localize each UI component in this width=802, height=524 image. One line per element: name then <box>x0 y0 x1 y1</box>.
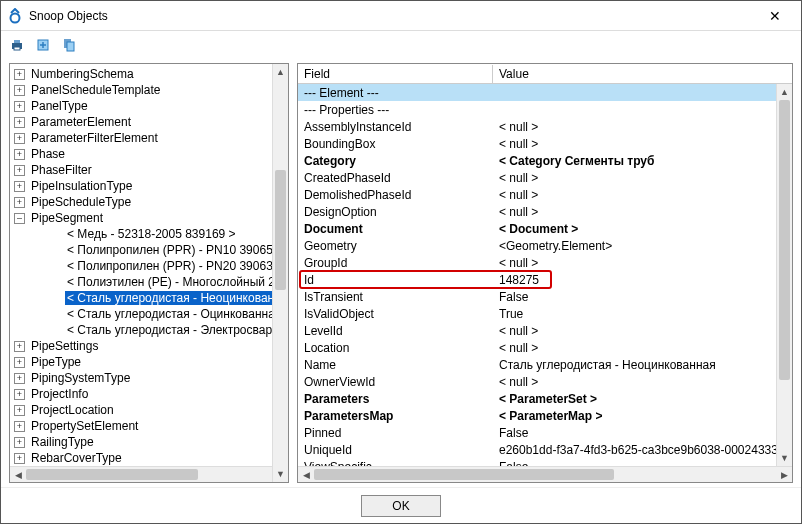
tree-vscroll[interactable]: ▲ ▼ <box>272 64 288 482</box>
tree-item[interactable]: +PanelType <box>10 98 288 114</box>
plus-icon[interactable]: + <box>14 165 25 176</box>
scroll-right-icon[interactable]: ▶ <box>776 470 792 480</box>
plus-icon[interactable]: + <box>14 421 25 432</box>
grid-row[interactable]: OwnerViewId< null > <box>298 373 792 390</box>
plus-icon[interactable]: + <box>14 341 25 352</box>
tree-item[interactable]: +ProjectInfo <box>10 386 288 402</box>
print-icon[interactable] <box>9 37 25 53</box>
grid-row[interactable]: IsTransientFalse <box>298 288 792 305</box>
cell-value: < Category Сегменты труб <box>493 154 792 168</box>
plus-icon[interactable]: + <box>14 389 25 400</box>
tree-item[interactable]: +PhaseFilter <box>10 162 288 178</box>
grid-row[interactable]: CreatedPhaseId< null > <box>298 169 792 186</box>
grid-row[interactable]: UniqueIde260b1dd-f3a7-4fd3-b625-ca3bce9b… <box>298 441 792 458</box>
cell-value: < null > <box>493 324 792 338</box>
scroll-left-icon[interactable]: ◀ <box>298 470 314 480</box>
grid-row[interactable]: Id148275 <box>298 271 792 288</box>
tree-item[interactable]: +RebarCoverType <box>10 450 288 466</box>
grid-row[interactable]: --- Properties --- <box>298 101 792 118</box>
grid-body[interactable]: --- Element --- --- Properties ---Assemb… <box>298 84 792 466</box>
tree-item[interactable]: +PipeType <box>10 354 288 370</box>
grid-hscroll-thumb[interactable] <box>314 469 614 480</box>
cell-field: UniqueId <box>298 443 493 457</box>
grid-row[interactable]: DemolishedPhaseId< null > <box>298 186 792 203</box>
column-value[interactable]: Value <box>493 65 792 83</box>
tree-item[interactable]: –PipeSegment <box>10 210 288 226</box>
grid-row[interactable]: Category< Category Сегменты труб <box>298 152 792 169</box>
tree-item[interactable]: +PipeScheduleType <box>10 194 288 210</box>
grid-vscroll[interactable]: ▲ ▼ <box>776 84 792 466</box>
grid-row[interactable]: NameСталь углеродистая - Неоцинкованная <box>298 356 792 373</box>
plus-icon[interactable]: + <box>14 69 25 80</box>
grid-row[interactable]: PinnedFalse <box>298 424 792 441</box>
grid-hscroll[interactable]: ◀ ▶ <box>298 466 792 482</box>
tree-item[interactable]: +Phase <box>10 146 288 162</box>
tree-item-label: RebarCoverType <box>29 451 124 465</box>
plus-icon[interactable]: + <box>14 133 25 144</box>
plus-icon[interactable]: + <box>14 117 25 128</box>
tree-item[interactable]: < Сталь углеродистая - Неоцинкованн <box>10 290 288 306</box>
plus-icon[interactable]: + <box>14 437 25 448</box>
tree-item[interactable]: < Полипропилен (PPR) - PN20 390630 <box>10 258 288 274</box>
content-area: +NumberingSchema+PanelScheduleTemplate+P… <box>1 59 801 487</box>
tree-item[interactable]: < Сталь углеродистая - Оцинкованная <box>10 306 288 322</box>
grid-scroll-thumb[interactable] <box>779 100 790 380</box>
grid-row[interactable]: LevelId< null > <box>298 322 792 339</box>
scroll-left-icon[interactable]: ◀ <box>10 470 26 480</box>
expand-icon[interactable] <box>35 37 51 53</box>
tree-view[interactable]: +NumberingSchema+PanelScheduleTemplate+P… <box>10 64 288 466</box>
grid-row[interactable]: --- Element --- <box>298 84 792 101</box>
grid-row[interactable]: IsValidObjectTrue <box>298 305 792 322</box>
plus-icon[interactable]: + <box>14 373 25 384</box>
scroll-up-icon[interactable]: ▲ <box>273 64 288 80</box>
column-field[interactable]: Field <box>298 65 493 83</box>
scroll-down-icon[interactable]: ▼ <box>273 466 288 482</box>
grid-row[interactable]: Geometry<Geometry.Element> <box>298 237 792 254</box>
ok-button[interactable]: OK <box>361 495 441 517</box>
tree-item-label: Phase <box>29 147 67 161</box>
tree-item[interactable]: +ParameterElement <box>10 114 288 130</box>
cell-field: IsValidObject <box>298 307 493 321</box>
tree-hscroll-thumb[interactable] <box>26 469 198 480</box>
grid-row[interactable]: AssemblyInstanceId< null > <box>298 118 792 135</box>
plus-icon[interactable]: + <box>14 453 25 464</box>
tree-item[interactable]: +PanelScheduleTemplate <box>10 82 288 98</box>
plus-icon[interactable]: + <box>14 405 25 416</box>
cell-value: < null > <box>493 205 792 219</box>
grid-row[interactable]: Document< Document > <box>298 220 792 237</box>
cell-field: IsTransient <box>298 290 493 304</box>
copy-icon[interactable] <box>61 37 77 53</box>
tree-item[interactable]: +NumberingSchema <box>10 66 288 82</box>
tree-item[interactable]: < Сталь углеродистая - Электросварн <box>10 322 288 338</box>
tree-item[interactable]: +PropertySetElement <box>10 418 288 434</box>
scroll-up-icon[interactable]: ▲ <box>777 84 792 100</box>
plus-icon[interactable]: + <box>14 149 25 160</box>
tree-item[interactable]: +PipingSystemType <box>10 370 288 386</box>
tree-item[interactable]: < Полипропилен (PPR) - PN10 390652 <box>10 242 288 258</box>
minus-icon[interactable]: – <box>14 213 25 224</box>
tree-item[interactable]: +RailingType <box>10 434 288 450</box>
plus-icon[interactable]: + <box>14 101 25 112</box>
grid-row[interactable]: ViewSpecificFalse <box>298 458 792 466</box>
plus-icon[interactable]: + <box>14 181 25 192</box>
plus-icon[interactable]: + <box>14 357 25 368</box>
tree-item-label: < Полипропилен (PPR) - PN20 390630 <box>65 259 282 273</box>
grid-row[interactable]: BoundingBox< null > <box>298 135 792 152</box>
tree-hscroll[interactable]: ◀ ▶ <box>10 466 288 482</box>
tree-item[interactable]: +PipeInsulationType <box>10 178 288 194</box>
close-button[interactable]: ✕ <box>755 8 795 24</box>
tree-item[interactable]: < Медь - 52318-2005 839169 > <box>10 226 288 242</box>
grid-row[interactable]: Location< null > <box>298 339 792 356</box>
tree-item[interactable]: +ProjectLocation <box>10 402 288 418</box>
plus-icon[interactable]: + <box>14 85 25 96</box>
tree-item[interactable]: +PipeSettings <box>10 338 288 354</box>
tree-item[interactable]: +ParameterFilterElement <box>10 130 288 146</box>
grid-row[interactable]: Parameters< ParameterSet > <box>298 390 792 407</box>
plus-icon[interactable]: + <box>14 197 25 208</box>
grid-row[interactable]: ParametersMap< ParameterMap > <box>298 407 792 424</box>
tree-scroll-thumb[interactable] <box>275 170 286 290</box>
grid-row[interactable]: DesignOption< null > <box>298 203 792 220</box>
grid-row[interactable]: GroupId< null > <box>298 254 792 271</box>
tree-item[interactable]: < Полиэтилен (PE) - Многослойный 29 <box>10 274 288 290</box>
scroll-down-icon[interactable]: ▼ <box>777 450 792 466</box>
